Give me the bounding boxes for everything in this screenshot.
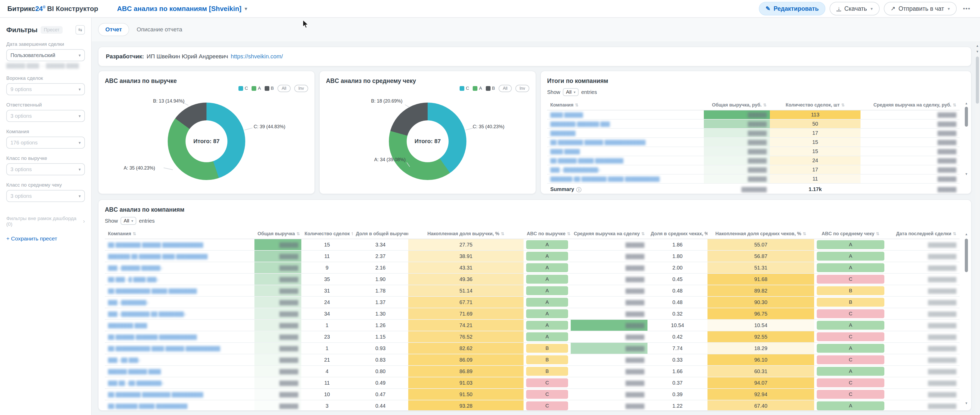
- legend-item-C[interactable]: C: [239, 86, 248, 91]
- company-link[interactable]: ███████-██ ████████ █████ ███████████: [550, 177, 660, 182]
- company-link[interactable]: ██ ███████ █████ ██████████: [108, 404, 187, 409]
- sort-icon[interactable]: ⇅: [501, 231, 504, 236]
- company-link[interactable]: ██ ████████ ██████ █████████████: [550, 140, 645, 145]
- legend-toggle-all[interactable]: All: [277, 85, 291, 92]
- legend-item-C[interactable]: C: [460, 86, 469, 91]
- outside-dashboard-filters[interactable]: Фильтры вне рамок дашборда (0) ›: [6, 215, 85, 227]
- table-scrollbar: ▲ ▼: [964, 101, 969, 176]
- filters-sidebar: Фильтры Пресет ⇆ Дата завершения сделки …: [0, 18, 92, 415]
- edit-button[interactable]: ✎ Редактировать: [759, 2, 826, 16]
- column-header[interactable]: Средняя выручка на сделку⇅: [571, 229, 648, 239]
- company-link[interactable]: ████ █████: [550, 149, 580, 154]
- company-link[interactable]: ██ ████████ ██████ █████████████: [108, 242, 203, 247]
- legend-item-A[interactable]: A: [473, 86, 482, 91]
- filter-select[interactable]: Пользовательский ▾: [6, 49, 85, 61]
- scroll-down-icon[interactable]: ▼: [964, 401, 969, 405]
- developer-link[interactable]: https://shveikin.com/: [231, 53, 283, 60]
- company-link[interactable]: ███████ ██ ███████ ████ ██████████: [108, 254, 208, 259]
- scrollbar-thumb[interactable]: [965, 239, 968, 272]
- developer-label: Разработчик:: [106, 53, 144, 60]
- entries-select[interactable]: All ▾: [563, 88, 579, 96]
- sort-icon[interactable]: ⇅: [953, 231, 956, 236]
- company-link[interactable]: ███ «██ ███»: [108, 358, 141, 363]
- legend-item-A[interactable]: A: [251, 86, 261, 91]
- sort-icon[interactable]: ⇅: [842, 103, 845, 107]
- table-row: ████████-███████ ███ ██████ 50 ██████: [547, 119, 959, 128]
- company-link[interactable]: ██ ███ «█ ████ ███»: [108, 277, 159, 282]
- legend-item-B[interactable]: B: [265, 86, 274, 91]
- company-link[interactable]: ███ «███████████»: [550, 168, 601, 173]
- scrollbar-thumb[interactable]: [976, 57, 979, 104]
- sort-icon[interactable]: ⇅: [133, 231, 136, 236]
- scroll-up-icon[interactable]: ▲: [964, 232, 969, 236]
- pencil-icon: ✎: [766, 6, 770, 11]
- scroll-up-icon[interactable]: ▲: [964, 101, 969, 105]
- column-header[interactable]: Накопленная доля выручки, %⇅: [408, 229, 523, 239]
- column-header[interactable]: Доля в средних чеках, %⇅: [648, 229, 707, 239]
- entries-select[interactable]: All ▾: [121, 217, 136, 225]
- company-link[interactable]: ████████-███████ ███: [550, 122, 610, 127]
- chart-abc-by-avg-check: ABC анализ по среднему чеку CABAllInv Ит…: [319, 71, 536, 194]
- company-link[interactable]: ███ «█████████-██ ████████»: [108, 312, 186, 317]
- filter-select[interactable]: 9 options ▾: [6, 83, 85, 95]
- company-link[interactable]: ███ ██ «██ ████████»: [108, 381, 164, 386]
- tab-report[interactable]: Отчет: [98, 23, 129, 36]
- send-to-chat-button[interactable]: ↗ Отправить в чат ▾: [884, 2, 957, 16]
- column-header[interactable]: ABC по среднему чеку⇅: [814, 229, 887, 239]
- sort-icon[interactable]: ⇅: [641, 231, 645, 236]
- company-link[interactable]: ██ ██████ ███████ ████████████: [108, 335, 197, 340]
- company-link[interactable]: ████ ██████: [550, 112, 583, 117]
- sort-icon[interactable]: ⇅: [297, 231, 300, 236]
- company-link[interactable]: ██ ████████ █████████ ██████████: [108, 392, 203, 397]
- save-preset-link[interactable]: + Сохранить пресет: [6, 236, 85, 242]
- table-row: ███ ██ «██ ████████» ██████ 11 0.49 91.0…: [105, 377, 959, 388]
- info-icon[interactable]: i: [576, 187, 581, 192]
- legend-toggle-inv[interactable]: Inv: [294, 85, 308, 92]
- scroll-down-icon[interactable]: ▼: [975, 50, 980, 53]
- column-header[interactable]: Дата последней сделки⇅: [887, 229, 959, 239]
- company-link[interactable]: ██ ██████ █████ █████████: [550, 158, 624, 163]
- filter-select[interactable]: 3 options ▾: [6, 190, 85, 202]
- column-header[interactable]: Компания⇅: [547, 100, 704, 110]
- legend-item-B[interactable]: B: [486, 86, 495, 91]
- sort-icon[interactable]: ⇅: [567, 231, 570, 236]
- sort-icon[interactable]: ⇅: [953, 103, 956, 107]
- column-header[interactable]: Общая выручка, руб.⇅: [704, 100, 770, 110]
- column-header[interactable]: Накопленная доля средних чеков, %⇅: [708, 229, 815, 239]
- company-link[interactable]: ████████: [550, 131, 576, 136]
- sort-icon[interactable]: ⇅: [876, 231, 880, 236]
- more-menu-button[interactable]: •••: [961, 5, 973, 12]
- filter-list: Дата завершения сделки Пользовательский …: [6, 41, 85, 202]
- company-link[interactable]: ██ ███████████ █████ █████████: [108, 288, 197, 294]
- collapse-filters-icon[interactable]: ⇆: [75, 25, 85, 35]
- download-button[interactable]: ↓ Скачать ▾: [830, 2, 880, 16]
- company-link[interactable]: ███ «████████»: [108, 300, 149, 305]
- column-header[interactable]: Общая выручка⇅: [255, 229, 301, 239]
- dashboard-title-selector[interactable]: ABC анализ по компаниям [Shveikin] ▾: [117, 5, 247, 13]
- filter-select[interactable]: 3 options ▾: [6, 110, 85, 122]
- scrollbar-thumb[interactable]: [965, 107, 968, 127]
- filter-select[interactable]: 176 options ▾: [6, 136, 85, 149]
- sort-icon[interactable]: ⇅: [352, 231, 353, 236]
- column-header[interactable]: Доля в общей выручке, %⇅: [353, 229, 408, 239]
- scroll-up-icon[interactable]: ▲: [975, 44, 980, 48]
- sort-icon[interactable]: ⇅: [763, 103, 767, 107]
- scroll-down-icon[interactable]: ▼: [964, 172, 969, 176]
- column-header[interactable]: ABC по выручке⇅: [523, 229, 570, 239]
- donut-total-label: Итого: 87: [415, 138, 441, 145]
- company-totals-card: Итоги по компаниям Show All ▾ entries Ко…: [540, 71, 972, 194]
- column-header[interactable]: Количество сделок⇅: [301, 229, 353, 239]
- tab-report-description[interactable]: Описание отчета: [137, 26, 182, 33]
- column-header[interactable]: Средняя выручка на сделку, руб.⇅: [861, 100, 959, 110]
- legend-toggle-inv[interactable]: Inv: [515, 85, 529, 92]
- filter-select[interactable]: 3 options ▾: [6, 163, 85, 175]
- sort-icon[interactable]: ⇅: [803, 231, 806, 236]
- company-link[interactable]: ███ «██████ ██████»: [108, 266, 163, 271]
- company-link[interactable]: ████████ ████: [108, 323, 147, 328]
- column-header[interactable]: Компания⇅: [105, 229, 255, 239]
- column-header[interactable]: Количество сделок, шт⇅: [770, 100, 861, 110]
- company-link[interactable]: ██ ███████████ ████ ██████ ███████████: [108, 346, 220, 351]
- company-link[interactable]: ██████ ██████ ████: [108, 369, 161, 374]
- sort-icon[interactable]: ⇅: [575, 103, 578, 107]
- legend-toggle-all[interactable]: All: [499, 85, 512, 92]
